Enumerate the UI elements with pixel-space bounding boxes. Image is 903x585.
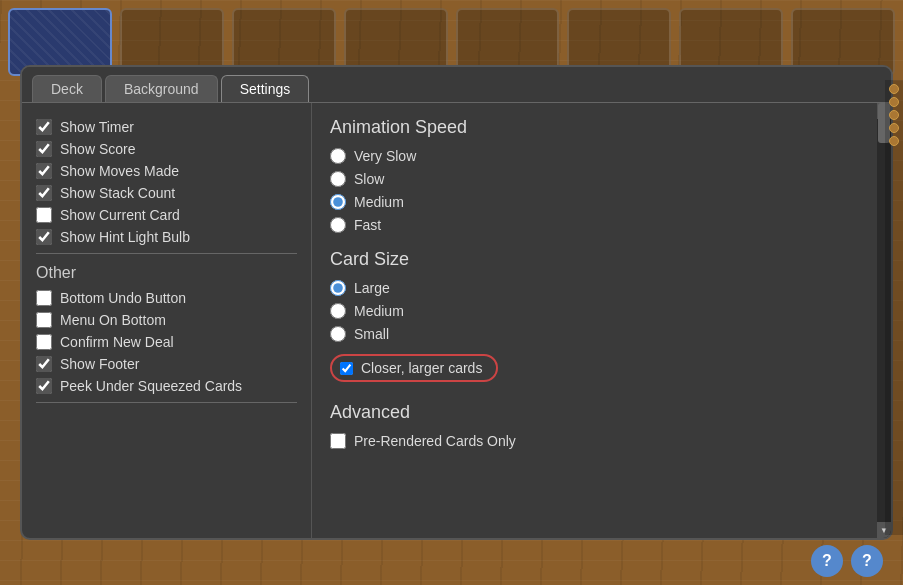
closer-cards-checkbox[interactable] (340, 362, 353, 375)
speed-medium-radio[interactable] (330, 194, 346, 210)
other-section: Other Bottom Undo Button Menu On Bottom … (36, 264, 297, 403)
size-small: Small (330, 326, 873, 342)
advanced-title: Advanced (330, 402, 873, 423)
animation-speed-section: Animation Speed Very Slow Slow Medium Fa… (330, 117, 873, 233)
advanced-section: Advanced Pre-Rendered Cards Only (330, 402, 873, 449)
strip-dot-4 (889, 123, 899, 133)
show-moves-item: Show Moves Made (36, 163, 297, 179)
tab-settings[interactable]: Settings (221, 75, 310, 102)
show-footer-checkbox[interactable] (36, 356, 52, 372)
bottom-undo-item: Bottom Undo Button (36, 290, 297, 306)
tab-deck[interactable]: Deck (32, 75, 102, 102)
show-hint-item: Show Hint Light Bulb (36, 229, 297, 245)
speed-medium: Medium (330, 194, 873, 210)
show-stack-label: Show Stack Count (60, 185, 175, 201)
show-stack-checkbox[interactable] (36, 185, 52, 201)
speed-very-slow-label: Very Slow (354, 148, 416, 164)
show-footer-item: Show Footer (36, 356, 297, 372)
strip-dot-1 (889, 84, 899, 94)
confirm-deal-item: Confirm New Deal (36, 334, 297, 350)
settings-modal: Deck Background Settings Show Timer Show… (20, 65, 893, 540)
size-medium-label: Medium (354, 303, 404, 319)
pre-rendered-item: Pre-Rendered Cards Only (330, 433, 873, 449)
info-button[interactable]: ? (851, 545, 883, 577)
confirm-deal-label: Confirm New Deal (60, 334, 174, 350)
right-decorative-strip (885, 80, 903, 535)
pre-rendered-label: Pre-Rendered Cards Only (354, 433, 516, 449)
modal-content: Show Timer Show Score Show Moves Made Sh… (22, 102, 891, 538)
animation-speed-title: Animation Speed (330, 117, 873, 138)
peek-cards-item: Peek Under Squeezed Cards (36, 378, 297, 394)
show-timer-label: Show Timer (60, 119, 134, 135)
show-timer-checkbox[interactable] (36, 119, 52, 135)
tab-bar: Deck Background Settings (22, 67, 891, 102)
divider (36, 253, 297, 254)
show-current-item: Show Current Card (36, 207, 297, 223)
closer-cards-label: Closer, larger cards (361, 360, 482, 376)
speed-slow: Slow (330, 171, 873, 187)
tab-background[interactable]: Background (105, 75, 218, 102)
left-panel: Show Timer Show Score Show Moves Made Sh… (22, 103, 312, 538)
show-options-group: Show Timer Show Score Show Moves Made Sh… (36, 119, 297, 245)
speed-fast-radio[interactable] (330, 217, 346, 233)
bottom-icon-bar: ? ? (811, 545, 883, 577)
show-hint-checkbox[interactable] (36, 229, 52, 245)
show-footer-label: Show Footer (60, 356, 139, 372)
bottom-undo-checkbox[interactable] (36, 290, 52, 306)
speed-fast: Fast (330, 217, 873, 233)
size-medium-radio[interactable] (330, 303, 346, 319)
menu-bottom-item: Menu On Bottom (36, 312, 297, 328)
menu-bottom-checkbox[interactable] (36, 312, 52, 328)
show-hint-label: Show Hint Light Bulb (60, 229, 190, 245)
size-small-label: Small (354, 326, 389, 342)
size-large-radio[interactable] (330, 280, 346, 296)
bottom-undo-label: Bottom Undo Button (60, 290, 186, 306)
strip-dot-3 (889, 110, 899, 120)
size-small-radio[interactable] (330, 326, 346, 342)
show-moves-label: Show Moves Made (60, 163, 179, 179)
card-size-title: Card Size (330, 249, 873, 270)
speed-slow-radio[interactable] (330, 171, 346, 187)
peek-cards-label: Peek Under Squeezed Cards (60, 378, 242, 394)
confirm-deal-checkbox[interactable] (36, 334, 52, 350)
speed-very-slow: Very Slow (330, 148, 873, 164)
bottom-divider (36, 402, 297, 403)
show-score-checkbox[interactable] (36, 141, 52, 157)
menu-bottom-label: Menu On Bottom (60, 312, 166, 328)
show-current-checkbox[interactable] (36, 207, 52, 223)
help-button[interactable]: ? (811, 545, 843, 577)
strip-dot-2 (889, 97, 899, 107)
peek-cards-checkbox[interactable] (36, 378, 52, 394)
size-large: Large (330, 280, 873, 296)
show-stack-item: Show Stack Count (36, 185, 297, 201)
right-panel: Animation Speed Very Slow Slow Medium Fa… (312, 103, 891, 538)
closer-cards-item[interactable]: Closer, larger cards (330, 354, 498, 382)
show-moves-checkbox[interactable] (36, 163, 52, 179)
pre-rendered-checkbox[interactable] (330, 433, 346, 449)
speed-very-slow-radio[interactable] (330, 148, 346, 164)
size-medium: Medium (330, 303, 873, 319)
strip-dot-5 (889, 136, 899, 146)
show-score-item: Show Score (36, 141, 297, 157)
card-size-section: Card Size Large Medium Small (330, 249, 873, 386)
other-section-title: Other (36, 264, 297, 282)
size-large-label: Large (354, 280, 390, 296)
show-timer-item: Show Timer (36, 119, 297, 135)
speed-fast-label: Fast (354, 217, 381, 233)
speed-slow-label: Slow (354, 171, 384, 187)
show-score-label: Show Score (60, 141, 135, 157)
speed-medium-label: Medium (354, 194, 404, 210)
show-current-label: Show Current Card (60, 207, 180, 223)
